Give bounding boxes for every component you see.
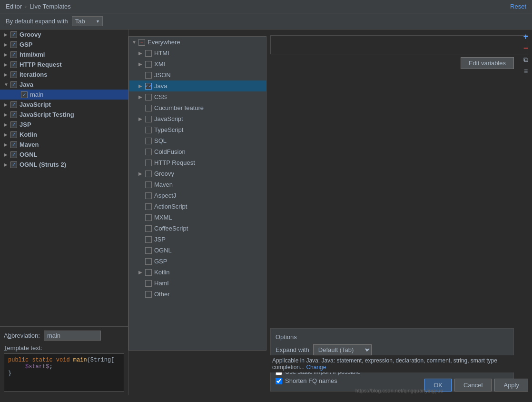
checkbox-html[interactable] (145, 50, 152, 57)
tree-item-ognlstruts[interactable]: ▶ OGNL (Struts 2) (0, 160, 128, 170)
checkbox-java-dd[interactable]: ✓ (145, 83, 152, 90)
dd-everywhere[interactable]: ▼ − Everywhere (129, 37, 266, 48)
checkbox-css[interactable] (145, 94, 152, 100)
dd-java[interactable]: ▶ ✓ Java (129, 80, 266, 91)
reset-button[interactable]: Reset (510, 3, 526, 10)
dd-typescript[interactable]: TypeScript (129, 124, 266, 135)
arrow-groovy: ▶ (4, 32, 10, 37)
checkbox-actionscript[interactable] (145, 203, 152, 210)
apply-button[interactable]: Apply (494, 379, 528, 392)
tree-item-jsp[interactable]: ▶ JSP (0, 120, 128, 130)
checkbox-maven[interactable] (10, 141, 17, 148)
dd-other[interactable]: Other (129, 289, 266, 300)
cancel-button[interactable]: Cancel (454, 379, 492, 392)
dd-aspectj[interactable]: AspectJ (129, 190, 266, 201)
tree-item-jstesting[interactable]: ▶ JavaScript Testing (0, 110, 128, 120)
checkbox-typescript[interactable] (145, 127, 152, 133)
dd-css[interactable]: ▶ CSS (129, 91, 266, 102)
arrow-maven: ▶ (4, 142, 10, 147)
shorten-fq-checkbox[interactable] (276, 378, 282, 384)
checkbox-httprequest-dd[interactable] (145, 160, 152, 166)
dd-maven-dd[interactable]: Maven (129, 179, 266, 190)
edit-variables-button[interactable]: Edit variables (461, 57, 514, 69)
dd-groovy-dd[interactable]: ▶ Groovy (129, 168, 266, 179)
dd-gsp-dd[interactable]: GSP (129, 256, 266, 267)
tree-item-httprequest[interactable]: ▶ HTTP Request (0, 60, 128, 70)
checkbox-groovy-dd[interactable] (145, 171, 152, 177)
arrow-httprequest: ▶ (4, 62, 10, 67)
dd-cucumber[interactable]: Cucumber feature (129, 102, 266, 113)
template-display-area (270, 35, 528, 54)
copy-button[interactable]: ⧉ (521, 54, 531, 65)
expand-select-wrapper[interactable]: Tab Enter Space (72, 16, 103, 26)
dd-kotlin-dd[interactable]: ▶ Kotlin (129, 267, 266, 278)
dd-jsp-dd[interactable]: JSP (129, 234, 266, 245)
dd-mxml[interactable]: MXML (129, 212, 266, 223)
checkbox-ognl-dd[interactable] (145, 247, 152, 254)
dd-sql[interactable]: SQL (129, 135, 266, 146)
checkbox-gsp-dd[interactable] (145, 258, 152, 265)
dd-javascript[interactable]: ▶ JavaScript (129, 113, 266, 124)
abbreviation-input[interactable] (44, 331, 101, 341)
checkbox-jstesting[interactable] (10, 111, 17, 118)
checkbox-ognlstruts[interactable] (10, 161, 17, 168)
breadcrumb-live-templates: Live Templates (30, 3, 70, 10)
checkbox-everywhere[interactable]: − (138, 39, 145, 46)
label-coldfusion: ColdFusion (154, 148, 186, 155)
tree-item-kotlin[interactable]: ▶ Kotlin (0, 130, 128, 140)
tree-item-ognl[interactable]: ▶ OGNL (0, 150, 128, 160)
tree-item-htmlxml[interactable]: ▶ html/xml (0, 50, 128, 60)
checkbox-ognl[interactable] (10, 151, 17, 158)
checkbox-htmlxml[interactable] (10, 51, 17, 58)
dd-xml[interactable]: ▶ XML (129, 59, 266, 70)
remove-button[interactable]: − (521, 43, 531, 53)
tree-item-iterations[interactable]: ▶ iterations (0, 70, 128, 80)
checkbox-main[interactable] (21, 91, 28, 98)
tree-item-groovy[interactable]: ▶ Groovy (0, 30, 128, 40)
tree-item-maven[interactable]: ▶ Maven (0, 140, 128, 150)
dd-haml[interactable]: Haml (129, 278, 266, 289)
checkbox-java[interactable] (10, 81, 17, 88)
checkbox-json[interactable] (145, 72, 152, 79)
checkbox-coffeescript[interactable] (145, 225, 152, 232)
checkbox-cucumber[interactable] (145, 105, 152, 111)
tree-item-java[interactable]: ▼ Java (0, 80, 128, 90)
checkbox-kotlin[interactable] (10, 131, 17, 138)
checkbox-httprequest[interactable] (10, 61, 17, 68)
checkbox-javascript-dd[interactable] (145, 116, 152, 122)
expand-with-select-wrapper[interactable]: Default (Tab) Enter Space Tab (313, 344, 372, 355)
change-link[interactable]: Change (306, 364, 326, 371)
checkbox-javascript[interactable] (10, 101, 17, 108)
checkbox-mxml[interactable] (145, 214, 152, 221)
checkbox-groovy[interactable] (10, 31, 17, 38)
add-button[interactable]: + (521, 31, 531, 42)
checkbox-xml[interactable] (145, 61, 152, 68)
dd-ognl-dd[interactable]: OGNL (129, 245, 266, 256)
checkbox-sql[interactable] (145, 138, 152, 144)
checkbox-maven-dd[interactable] (145, 181, 152, 188)
dd-html[interactable]: ▶ HTML (129, 48, 266, 59)
code-keyword-void: void (56, 357, 70, 363)
paste-button[interactable]: ≡ (521, 66, 531, 76)
checkbox-aspectj[interactable] (145, 192, 152, 199)
dd-httprequest-dd[interactable]: HTTP Request (129, 157, 266, 168)
shorten-fq-label[interactable]: Shorten FQ names (285, 377, 337, 384)
dd-coffeescript[interactable]: CoffeeScript (129, 223, 266, 234)
dd-json[interactable]: JSON (129, 70, 266, 80)
checkbox-jsp-dd[interactable] (145, 236, 152, 243)
checkbox-haml[interactable] (145, 280, 152, 287)
checkbox-iterations[interactable] (10, 71, 17, 78)
checkbox-gsp[interactable] (10, 41, 17, 48)
checkbox-jsp[interactable] (10, 121, 17, 128)
expand-select[interactable]: Tab Enter Space (72, 16, 103, 26)
checkbox-kotlin-dd[interactable] (145, 269, 152, 276)
tree-item-gsp[interactable]: ▶ GSP (0, 40, 128, 50)
checkbox-coldfusion[interactable] (145, 149, 152, 155)
dd-actionscript[interactable]: ActionScript (129, 201, 266, 212)
checkbox-other[interactable] (145, 291, 152, 298)
tree-item-javascript[interactable]: ▶ JavaScript (0, 100, 128, 110)
label-javascript-dd: JavaScript (154, 115, 183, 122)
dd-coldfusion[interactable]: ColdFusion (129, 146, 266, 157)
tree-item-main[interactable]: main (0, 90, 128, 100)
expand-with-select[interactable]: Default (Tab) Enter Space Tab (313, 344, 372, 355)
